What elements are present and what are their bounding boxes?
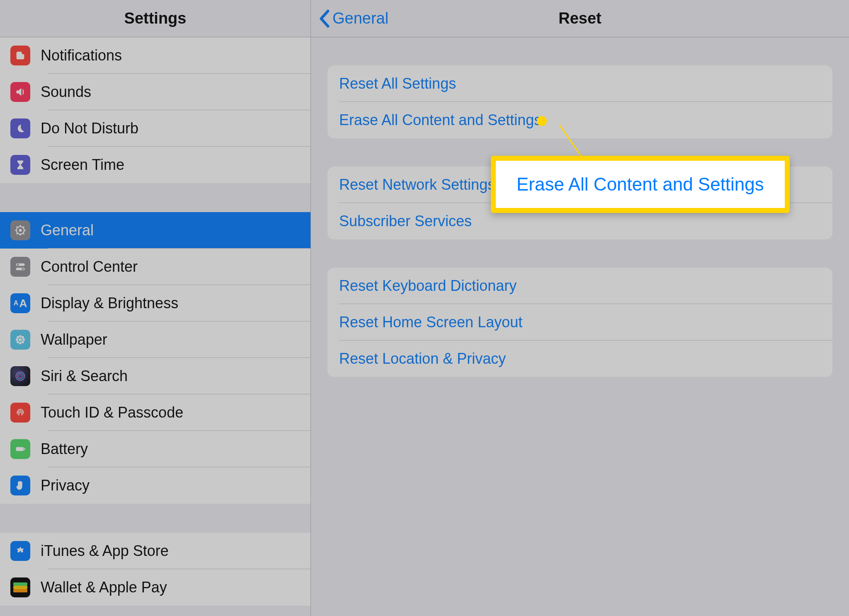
reset-all-settings[interactable]: Reset All Settings <box>327 65 832 102</box>
detail-row-label: Reset Location & Privacy <box>339 350 506 367</box>
app-store-icon <box>10 541 30 561</box>
notifications-icon <box>10 46 30 65</box>
battery-icon <box>10 439 30 459</box>
fingerprint-icon <box>10 403 30 423</box>
sidebar-item-label: Screen Time <box>41 156 124 174</box>
svg-point-23 <box>17 341 19 343</box>
back-button[interactable]: General <box>311 10 388 28</box>
svg-point-27 <box>19 375 22 378</box>
moon-icon <box>10 118 30 138</box>
sidebar-item-label: Control Center <box>41 258 138 275</box>
sidebar-group-2: General Control Center AA Display & Brig… <box>0 212 310 504</box>
svg-point-21 <box>17 336 19 338</box>
svg-point-26 <box>17 373 23 379</box>
sidebar-item-general[interactable]: General <box>0 212 310 249</box>
sidebar-item-label: iTunes & App Store <box>41 542 169 560</box>
detail-title: Reset <box>311 10 849 27</box>
svg-line-9 <box>23 233 24 234</box>
sidebar-item-label: Sounds <box>41 83 91 101</box>
sidebar-item-label: Privacy <box>41 477 90 494</box>
detail-row-label: Reset All Settings <box>339 75 456 92</box>
detail-row-label: Reset Home Screen Layout <box>339 314 522 331</box>
chevron-left-icon <box>318 10 330 28</box>
callout-text: Erase All Content and Settings <box>517 174 764 195</box>
detail-pane: General Reset Reset All Settings Erase A… <box>311 0 849 616</box>
back-label: General <box>332 10 388 27</box>
detail-row-label: Reset Keyboard Dictionary <box>339 277 517 295</box>
svg-point-19 <box>16 338 18 341</box>
sidebar-item-label: Do Not Disturb <box>41 120 138 137</box>
svg-point-18 <box>19 342 22 344</box>
sidebar-item-do-not-disturb[interactable]: Do Not Disturb <box>0 110 310 147</box>
sidebar-item-label: Display & Brightness <box>41 295 178 312</box>
detail-header: General Reset <box>311 0 849 37</box>
detail-row-label: Reset Network Settings <box>339 176 495 193</box>
svg-point-20 <box>22 338 25 341</box>
reset-group-3: Reset Keyboard Dictionary Reset Home Scr… <box>327 268 832 377</box>
sidebar-header: Settings <box>0 0 310 37</box>
svg-point-17 <box>19 335 22 338</box>
svg-point-22 <box>22 336 24 338</box>
flower-icon <box>10 330 30 350</box>
sidebar-item-itunes-app-store[interactable]: iTunes & App Store <box>0 533 310 569</box>
svg-line-11 <box>23 227 24 228</box>
sounds-icon <box>10 82 30 102</box>
svg-rect-28 <box>16 447 24 451</box>
sidebar-item-battery[interactable]: Battery <box>0 431 310 467</box>
svg-point-1 <box>22 51 25 54</box>
svg-point-24 <box>22 341 24 343</box>
callout-box: Erase All Content and Settings <box>491 156 790 213</box>
sidebar-item-notifications[interactable]: Notifications <box>0 37 310 74</box>
svg-point-15 <box>22 268 24 270</box>
sidebar-item-siri-search[interactable]: Siri & Search <box>0 358 310 394</box>
svg-point-3 <box>19 229 22 232</box>
hand-icon <box>10 476 30 495</box>
detail-row-label: Erase All Content and Settings <box>339 111 541 129</box>
sidebar-item-control-center[interactable]: Control Center <box>0 249 310 285</box>
svg-line-10 <box>17 233 18 234</box>
callout-dot <box>537 116 547 126</box>
sidebar-item-label: Wallet & Apple Pay <box>41 579 167 596</box>
siri-icon <box>10 366 30 386</box>
sidebar-group-1: Notifications Sounds Do Not Disturb <box>0 37 310 183</box>
sidebar-item-wallet-apple-pay[interactable]: Wallet & Apple Pay <box>0 569 310 606</box>
sidebar-item-privacy[interactable]: Privacy <box>0 467 310 504</box>
settings-sidebar: Settings Notifications Sounds <box>0 0 311 616</box>
toggles-icon <box>10 257 30 277</box>
sidebar-group-3: iTunes & App Store Wallet & Apple Pay <box>0 533 310 606</box>
wallet-icon <box>10 577 30 597</box>
sidebar-item-label: General <box>41 222 94 239</box>
sidebar-item-display-brightness[interactable]: AA Display & Brightness <box>0 285 310 321</box>
sidebar-item-label: Touch ID & Passcode <box>41 404 183 421</box>
sidebar-item-label: Siri & Search <box>41 367 128 385</box>
svg-rect-29 <box>24 448 25 450</box>
svg-point-13 <box>17 263 19 266</box>
svg-point-16 <box>19 338 22 341</box>
reset-home-screen-layout[interactable]: Reset Home Screen Layout <box>327 304 832 341</box>
sidebar-item-sounds[interactable]: Sounds <box>0 74 310 110</box>
detail-row-label: Subscriber Services <box>339 213 472 230</box>
sidebar-item-touch-id-passcode[interactable]: Touch ID & Passcode <box>0 394 310 431</box>
reset-group-1: Reset All Settings Erase All Content and… <box>327 65 832 138</box>
reset-keyboard-dictionary[interactable]: Reset Keyboard Dictionary <box>327 268 832 304</box>
sidebar-item-label: Battery <box>41 440 88 458</box>
sidebar-item-label: Notifications <box>41 47 122 64</box>
sidebar-item-screen-time[interactable]: Screen Time <box>0 147 310 183</box>
sidebar-item-label: Wallpaper <box>41 331 107 348</box>
hourglass-icon <box>10 155 30 175</box>
text-size-icon: AA <box>10 293 30 313</box>
erase-all-content-settings[interactable]: Erase All Content and Settings <box>327 102 832 138</box>
reset-location-privacy[interactable]: Reset Location & Privacy <box>327 341 832 377</box>
svg-line-8 <box>17 227 18 228</box>
sidebar-title: Settings <box>124 10 187 27</box>
sidebar-item-wallpaper[interactable]: Wallpaper <box>0 321 310 358</box>
gear-icon <box>10 220 30 240</box>
